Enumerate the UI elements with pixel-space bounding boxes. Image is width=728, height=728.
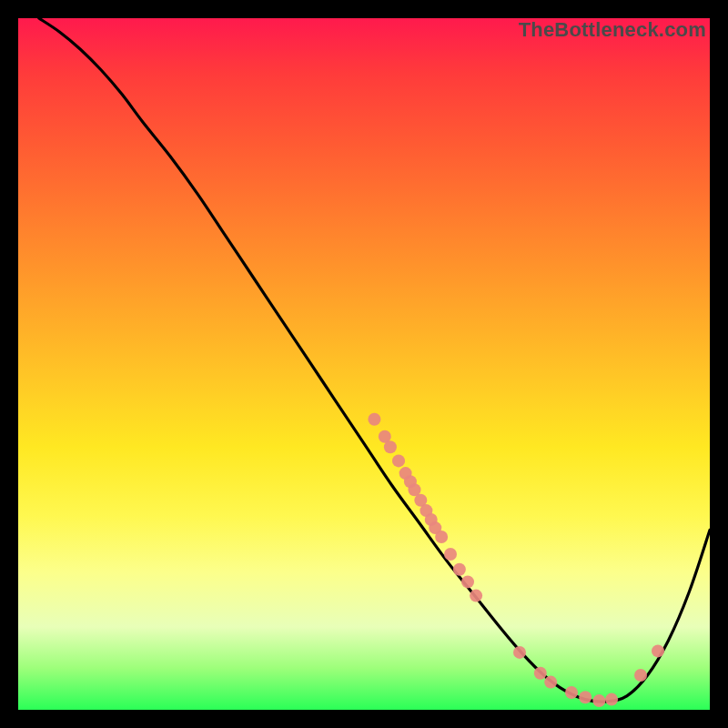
- bottleneck-curve: [39, 18, 710, 702]
- sample-point: [461, 575, 474, 588]
- sample-point: [544, 676, 557, 689]
- sample-point: [392, 454, 405, 467]
- sample-point: [470, 590, 482, 602]
- sample-point: [565, 686, 578, 699]
- sample-points: [368, 413, 664, 707]
- sample-point: [444, 548, 457, 561]
- sample-point: [592, 694, 605, 707]
- chart-overlay: [18, 18, 710, 710]
- chart-stage: TheBottleneck.com: [0, 0, 728, 728]
- sample-point: [513, 646, 526, 659]
- sample-point: [634, 669, 647, 682]
- sample-point: [652, 644, 664, 657]
- sample-point: [579, 691, 592, 703]
- plot-area: TheBottleneck.com: [18, 18, 710, 710]
- sample-point: [534, 667, 547, 680]
- sample-point: [435, 531, 448, 543]
- sample-point: [384, 440, 397, 453]
- sample-point: [368, 413, 380, 426]
- sample-point: [453, 563, 466, 576]
- sample-point: [605, 693, 618, 706]
